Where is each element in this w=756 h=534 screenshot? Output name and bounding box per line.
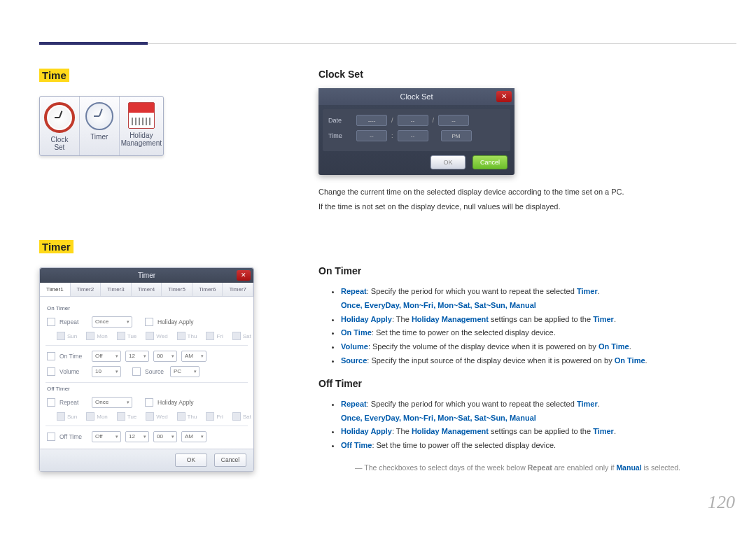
note: The checkboxes to select days of the wee… [355,463,710,474]
timer-tabs: Timer1 Timer2 Timer3 Timer4 Timer5 Timer… [40,283,253,297]
ontimer-list: Repeat: Specify the period for which you… [318,285,710,368]
holiday-label: HolidayManagement [121,132,162,147]
heading-offtimer: Off Timer [318,378,710,389]
timer-label: Timer [81,133,118,141]
ontime-min[interactable]: 00 [153,351,177,362]
tab-timer2[interactable]: Timer2 [71,283,102,296]
timer-title: Timer [138,272,155,279]
time-icons-panel: ClockSet Timer HolidayManagement [39,96,164,156]
time-min[interactable]: -- [398,130,428,141]
timer-icon [85,102,113,130]
offtime-checkbox[interactable] [47,433,55,441]
ontime-label: On Time [59,353,88,360]
on-timer-section: On Timer [47,305,246,311]
page-number: 120 [708,492,735,513]
holiday2-checkbox[interactable] [145,398,153,407]
timer-button[interactable]: Timer [80,97,120,155]
tab-timer3[interactable]: Timer3 [101,283,132,296]
ok-button[interactable]: OK [430,155,465,169]
holiday-label: Holiday Apply [158,318,194,325]
timer-dialog: Timer ✕ Timer1 Timer2 Timer3 Timer4 Time… [39,267,254,472]
clockset-desc1: Change the current time on the selected … [318,186,710,198]
volume-checkbox[interactable] [47,367,55,376]
ontime-off[interactable]: Off [92,351,121,362]
clock-set-label: ClockSet [41,136,78,151]
clock-set-button[interactable]: ClockSet [40,97,80,155]
off-timer-section: Off Timer [47,386,246,392]
repeat-checkbox[interactable] [47,318,55,326]
heading-clockset: Clock Set [318,69,710,80]
repeat2-select[interactable]: Once [92,397,132,408]
tab-timer5[interactable]: Timer5 [162,283,192,296]
date-year[interactable]: ---- [356,115,387,126]
tab-timer4[interactable]: Timer4 [132,283,162,296]
repeat2-checkbox[interactable] [47,398,55,407]
close-icon[interactable]: ✕ [496,91,512,102]
time-label: Time [328,132,352,139]
ontime-hour[interactable]: 12 [125,351,149,362]
close-icon[interactable]: ✕ [237,270,251,281]
source-label: Source [145,368,166,375]
source-val[interactable]: PC [170,366,200,377]
heading-timer: Timer [39,240,74,253]
volume-label: Volume [59,368,88,375]
clockset-dialog: Clock Set ✕ Date ---- / -- / -- Time -- … [318,88,514,175]
offtime-label: Off Time [59,433,88,440]
clockset-title: Clock Set [400,92,433,101]
date-label: Date [328,117,352,124]
heading-time: Time [39,69,69,82]
offtimer-list: Repeat: Specify the period for which you… [318,398,710,453]
cancel-button[interactable]: Cancel [472,155,507,169]
ontime-ampm[interactable]: AM [181,351,206,362]
volume-val[interactable]: 10 [92,366,121,377]
date-month[interactable]: -- [398,115,428,126]
clockset-desc2: If the time is not set on the display de… [318,201,710,213]
tab-timer1[interactable]: Timer1 [40,283,71,296]
time-pm[interactable]: PM [441,130,472,141]
holiday-button[interactable]: HolidayManagement [120,97,163,155]
cancel-button[interactable]: Cancel [214,454,246,467]
clock-icon [44,102,75,133]
repeat-select[interactable]: Once [92,316,132,328]
tab-timer7[interactable]: Timer7 [223,283,253,296]
holiday-checkbox[interactable] [145,318,153,326]
date-day[interactable]: -- [438,115,469,126]
time-hr[interactable]: -- [356,130,387,141]
calendar-icon [128,102,155,129]
ontime-checkbox[interactable] [47,352,55,360]
repeat-label: Repeat [59,318,88,325]
heading-ontimer: On Timer [318,265,710,276]
source-checkbox[interactable] [132,367,141,376]
tab-timer6[interactable]: Timer6 [192,283,223,296]
ok-button[interactable]: OK [175,454,207,467]
